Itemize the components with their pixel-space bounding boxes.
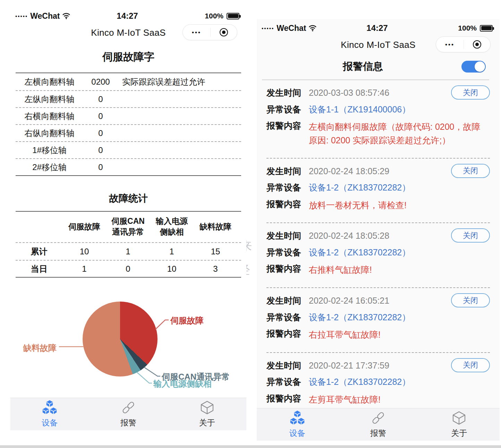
axis-name: 右横向翻料轴 bbox=[16, 111, 83, 122]
stats-title: 故障统计 bbox=[10, 192, 246, 205]
page: 来 经 ••••• WeChat 14:27 100% Kinco M-IoT bbox=[0, 0, 501, 448]
device-label: 异常设备 bbox=[266, 247, 309, 258]
time-label: 发生时间 bbox=[266, 360, 309, 371]
time-label: 发生时间 bbox=[266, 295, 309, 306]
signal-dots-icon: ••••• bbox=[15, 13, 28, 19]
close-alarm-button[interactable]: 关闭 bbox=[451, 293, 490, 307]
alarm-content: 左横向翻料伺服故障（故障代码: 0200，故障原因: 0200 实际跟踪误差超过… bbox=[309, 120, 490, 147]
cube-icon bbox=[452, 411, 466, 425]
close-alarm-button[interactable]: 关闭 bbox=[451, 228, 490, 243]
alarm-device-link[interactable]: 设备1-2（ZK183702282） bbox=[309, 182, 490, 193]
signal-dots-icon: ••••• bbox=[262, 25, 274, 31]
capsule-divider bbox=[210, 28, 211, 37]
carrier-label: WeChat bbox=[277, 24, 306, 33]
device-label: 异常设备 bbox=[266, 182, 309, 193]
tab-bar: 设备 报警 关于 bbox=[10, 398, 246, 430]
app-title: Kinco M-IoT SaaS bbox=[91, 27, 165, 38]
content-label: 报警内容 bbox=[266, 328, 309, 341]
tab-label: 报警 bbox=[120, 417, 136, 428]
alarm-content: 左剪耳带气缸故障! bbox=[309, 393, 490, 406]
alarm-device-link[interactable]: 设备1-2（ZK183702282） bbox=[309, 247, 490, 258]
alarm-entry: 发生时间 2020-02-24 16:05:21 异常设备 设备1-2（ZK18… bbox=[266, 288, 490, 353]
stat-value: 10 bbox=[62, 247, 106, 256]
axis-name: 右纵向翻料轴 bbox=[16, 128, 83, 139]
alarm-device-link[interactable]: 设备1-2（ZK183702282） bbox=[309, 376, 490, 388]
column-header: 缺料故障 bbox=[194, 221, 237, 232]
left-screen: ••••• WeChat 14:27 100% Kinco M-IoT SaaS… bbox=[10, 7, 246, 430]
axis-name: 左纵向翻料轴 bbox=[16, 94, 83, 105]
device-label: 异常设备 bbox=[266, 104, 309, 115]
exit-miniprogram-button[interactable] bbox=[220, 28, 228, 36]
axis-name: 左横向翻料轴 bbox=[16, 76, 83, 87]
stat-value: 10 bbox=[150, 264, 194, 274]
fault-code: 0 bbox=[83, 94, 118, 104]
column-header: 输入电源侧缺相 bbox=[150, 216, 194, 237]
cubes-icon bbox=[42, 400, 58, 415]
fault-code: 0 bbox=[83, 162, 118, 172]
alarm-device-link[interactable]: 设备1-2（ZK183702282） bbox=[309, 312, 490, 323]
alarm-toggle-switch[interactable] bbox=[461, 61, 486, 73]
app-title: Kinco M-IoT SaaS bbox=[341, 40, 415, 50]
capsule-divider bbox=[464, 40, 464, 49]
tab-alarms[interactable]: 报警 bbox=[338, 408, 418, 441]
tab-label: 设备 bbox=[42, 417, 58, 428]
alarm-content: 放料一卷材无料，请检查! bbox=[309, 198, 490, 212]
table-row: 2#移位轴 0 bbox=[16, 158, 241, 175]
tab-alarms[interactable]: 报警 bbox=[89, 398, 168, 430]
alarm-device-link[interactable]: 设备1-1（ZK191400006） bbox=[309, 104, 490, 115]
status-bar: ••••• WeChat 14:27 100% bbox=[257, 19, 500, 34]
alarm-entry: 发生时间 2020-03-03 08:57:46 异常设备 设备1-1（ZK19… bbox=[266, 80, 490, 159]
stat-value: 1 bbox=[106, 247, 150, 256]
nav-bar: Kinco M-IoT SaaS ••• bbox=[257, 34, 500, 55]
stats-row-total: 累计 10 1 1 15 bbox=[16, 243, 241, 260]
pie-label-material-shortage: 缺料故障 bbox=[21, 343, 57, 354]
time-label: 发生时间 bbox=[266, 166, 309, 177]
more-menu-button[interactable]: ••• bbox=[192, 29, 201, 35]
wifi-icon bbox=[308, 25, 317, 32]
tab-bar: 设备 报警 关于 bbox=[257, 408, 500, 441]
tab-about[interactable]: 关于 bbox=[168, 398, 246, 430]
page-bottom-strip bbox=[0, 445, 501, 448]
clock: 14:27 bbox=[117, 11, 138, 21]
table-row: 左纵向翻料轴 0 bbox=[16, 90, 241, 107]
tab-label: 报警 bbox=[370, 428, 386, 439]
column-header: 伺服CAN通讯异常 bbox=[106, 216, 150, 237]
tab-about[interactable]: 关于 bbox=[419, 408, 500, 441]
alarm-entry: 发生时间 2020-02-24 18:05:29 异常设备 设备1-2（ZK18… bbox=[266, 159, 490, 223]
pie-label-servo-fault: 伺服故障 bbox=[170, 315, 204, 326]
axis-name: 2#移位轴 bbox=[16, 162, 83, 173]
close-alarm-button[interactable]: 关闭 bbox=[451, 164, 490, 178]
stats-row-today: 当日 1 0 10 3 bbox=[16, 260, 241, 277]
clock: 14:27 bbox=[366, 23, 388, 33]
tab-devices[interactable]: 设备 bbox=[10, 398, 89, 430]
fault-desc: 实际跟踪误差超过允许 bbox=[118, 76, 241, 87]
content-label: 报警内容 bbox=[266, 263, 309, 277]
fault-code: 0200 bbox=[83, 77, 118, 87]
page-title: 伺服故障字 bbox=[10, 50, 246, 64]
row-label: 累计 bbox=[16, 246, 62, 257]
page-title: 报警信息 bbox=[343, 60, 383, 74]
tab-label: 关于 bbox=[199, 417, 215, 428]
more-menu-button[interactable]: ••• bbox=[445, 42, 455, 48]
close-alarm-button[interactable]: 关闭 bbox=[451, 85, 490, 100]
time-label: 发生时间 bbox=[266, 230, 309, 242]
tab-label: 设备 bbox=[289, 428, 305, 439]
axis-name: 1#移位轴 bbox=[16, 145, 83, 156]
battery-percent: 100% bbox=[205, 12, 223, 20]
device-label: 异常设备 bbox=[266, 312, 309, 323]
pie-label-power-phase: 输入电源侧缺相 bbox=[153, 378, 212, 389]
status-bar: ••••• WeChat 14:27 100% bbox=[10, 7, 246, 22]
cube-icon bbox=[200, 400, 214, 415]
exit-miniprogram-button[interactable] bbox=[473, 40, 481, 49]
stat-value: 3 bbox=[194, 264, 237, 274]
close-alarm-button[interactable]: 关闭 bbox=[451, 358, 490, 372]
right-screen: ••••• WeChat 14:27 100% Kinco M-IoT SaaS… bbox=[257, 19, 500, 441]
device-label: 异常设备 bbox=[266, 376, 309, 388]
table-row: 左横向翻料轴 0200 实际跟踪误差超过允许 bbox=[16, 73, 241, 90]
nav-bar: Kinco M-IoT SaaS ••• bbox=[10, 22, 246, 43]
fault-code: 0 bbox=[83, 145, 118, 155]
stat-value: 0 bbox=[106, 264, 150, 274]
tab-devices[interactable]: 设备 bbox=[257, 408, 338, 441]
fault-pie-chart: 伺服故障 伺服CAN通讯异常 输入电源侧缺相 缺料故障 bbox=[10, 282, 246, 394]
battery-percent: 100% bbox=[458, 24, 477, 32]
